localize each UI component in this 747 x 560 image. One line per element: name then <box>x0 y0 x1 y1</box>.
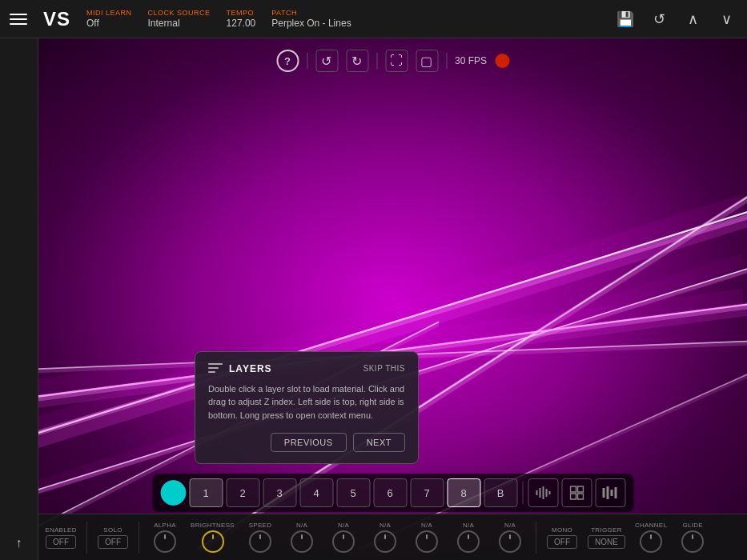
solo-toggle[interactable]: OFF <box>98 535 128 549</box>
tempo-label: TEMPO <box>227 9 256 18</box>
main-area: ↑ <box>0 38 747 560</box>
svg-rect-26 <box>570 494 576 499</box>
layer-slot-indicator[interactable] <box>160 480 186 506</box>
tooltip-popup: LAYERS SKIP THIS Double click a layer sl… <box>195 351 419 465</box>
glide-label: GLIDE <box>683 522 704 529</box>
svg-rect-30 <box>610 490 612 496</box>
ctrl-sep-2 <box>139 522 139 554</box>
ctrl-sep-3 <box>536 522 536 554</box>
na1-knob[interactable] <box>291 530 313 553</box>
layer-icon-bars[interactable] <box>595 478 625 507</box>
na6-control: N/A <box>494 522 526 553</box>
layer-slot-6[interactable]: 6 <box>373 478 407 507</box>
help-button[interactable]: ? <box>276 50 299 72</box>
channel-label: CHANNEL <box>635 522 667 529</box>
up-button[interactable]: ∧ <box>681 8 704 30</box>
clock-source-value: Internal <box>148 18 211 29</box>
svg-rect-21 <box>542 486 544 499</box>
na2-knob[interactable] <box>332 530 355 553</box>
na3-knob[interactable] <box>374 530 396 553</box>
toolbar-sep-3 <box>446 53 447 69</box>
mono-label: MONO <box>552 526 572 534</box>
layer-slot-b[interactable]: B <box>484 478 517 507</box>
layer-slots-sep <box>522 482 523 504</box>
na5-label: N/A <box>463 522 474 529</box>
patch-label: PATCH <box>271 9 351 18</box>
patch-value: Perplex On - Lines <box>271 18 351 29</box>
svg-rect-19 <box>536 490 537 495</box>
ctrl-sep-1 <box>86 522 87 554</box>
enabled-toggle[interactable]: OFF <box>46 535 76 549</box>
glide-control: GLIDE <box>677 522 709 553</box>
save-button[interactable]: 💾 <box>614 8 637 30</box>
midi-learn-value: Off <box>86 18 132 29</box>
tooltip-previous-button[interactable]: PREVIOUS <box>271 433 347 452</box>
layer-slot-7[interactable]: 7 <box>410 478 444 507</box>
record-button[interactable] <box>495 54 509 68</box>
tooltip-skip-button[interactable]: SKIP THIS <box>363 364 405 373</box>
layer-slot-3[interactable]: 3 <box>263 478 296 507</box>
layer-slot-1[interactable]: 1 <box>189 478 223 507</box>
svg-rect-25 <box>577 486 583 492</box>
na2-control: N/A <box>327 522 359 553</box>
trigger-control: TRIGGER NONE <box>588 526 625 549</box>
down-button[interactable]: ∨ <box>715 8 737 30</box>
undo-button[interactable]: ↺ <box>648 8 670 30</box>
toolbar-sep-2 <box>376 53 377 69</box>
mono-control: MONO OFF <box>546 526 578 549</box>
patch-section[interactable]: PATCH Perplex On - Lines <box>271 9 351 29</box>
layer-slot-5[interactable]: 5 <box>336 478 370 507</box>
topbar: VS MIDI LEARN Off CLOCK SOURCE Internal … <box>0 0 747 38</box>
na4-knob[interactable] <box>416 530 438 553</box>
undo-toolbar-button[interactable]: ↺ <box>315 50 338 72</box>
app-logo: VS <box>43 8 70 30</box>
trigger-label: TRIGGER <box>591 526 622 534</box>
brightness-control: BRIGHTNESS <box>191 522 235 553</box>
tooltip-header: LAYERS SKIP THIS <box>208 363 405 374</box>
mono-toggle[interactable]: OFF <box>547 535 577 549</box>
glide-knob[interactable] <box>681 530 704 553</box>
window-button[interactable]: ▢ <box>416 50 438 72</box>
layer-slot-4[interactable]: 4 <box>299 478 333 507</box>
svg-rect-31 <box>614 487 616 498</box>
midi-learn-label: MIDI LEARN <box>86 9 132 18</box>
canvas-area[interactable]: ? ↺ ↻ ⛶ ▢ 30 FPS LAYERS SKIP THIS D <box>38 38 747 560</box>
clock-source-label: CLOCK SOURCE <box>148 9 211 18</box>
trigger-toggle[interactable]: NONE <box>588 535 625 549</box>
layer-icon-grid[interactable] <box>561 478 592 507</box>
svg-rect-23 <box>548 491 550 494</box>
svg-rect-22 <box>545 489 547 497</box>
na6-knob[interactable] <box>499 530 521 553</box>
fullscreen-button[interactable]: ⛶ <box>385 50 408 72</box>
brightness-knob[interactable] <box>202 530 224 553</box>
clock-source-section[interactable]: CLOCK SOURCE Internal <box>148 9 211 29</box>
na1-control: N/A <box>286 522 318 553</box>
midi-learn-section[interactable]: MIDI LEARN Off <box>86 9 132 29</box>
alpha-control: ALPHA <box>149 522 181 553</box>
layer-slots: 1 2 3 4 5 6 7 8 B <box>152 474 633 512</box>
tempo-value: 127.00 <box>227 18 256 29</box>
menu-button[interactable] <box>10 14 27 25</box>
left-panel: ↑ <box>0 38 38 560</box>
tempo-section[interactable]: TEMPO 127.00 <box>227 9 256 29</box>
na2-label: N/A <box>338 522 349 529</box>
layer-slot-2[interactable]: 2 <box>226 478 259 507</box>
na6-label: N/A <box>504 522 516 529</box>
tooltip-body: Double click a layer slot to load materi… <box>208 382 405 422</box>
scroll-up-button[interactable]: ↑ <box>16 536 22 550</box>
bottom-controls: ENABLED OFF SOLO OFF ALPHA BRIGHTNESS SP… <box>38 514 747 560</box>
alpha-knob[interactable] <box>154 530 176 553</box>
tooltip-next-button[interactable]: NEXT <box>353 433 405 452</box>
speed-control: SPEED <box>244 522 276 553</box>
na5-knob[interactable] <box>457 530 480 553</box>
channel-knob[interactable] <box>640 530 662 553</box>
tooltip-title-row: LAYERS <box>208 363 272 374</box>
layer-icon-waveform[interactable] <box>528 478 558 507</box>
redo-toolbar-button[interactable]: ↻ <box>346 50 368 72</box>
layer-slot-8[interactable]: 8 <box>447 478 480 507</box>
solo-label: SOLO <box>103 526 122 534</box>
speed-knob[interactable] <box>249 530 271 553</box>
svg-rect-29 <box>606 486 608 499</box>
svg-rect-24 <box>570 486 576 492</box>
na3-label: N/A <box>380 522 391 529</box>
